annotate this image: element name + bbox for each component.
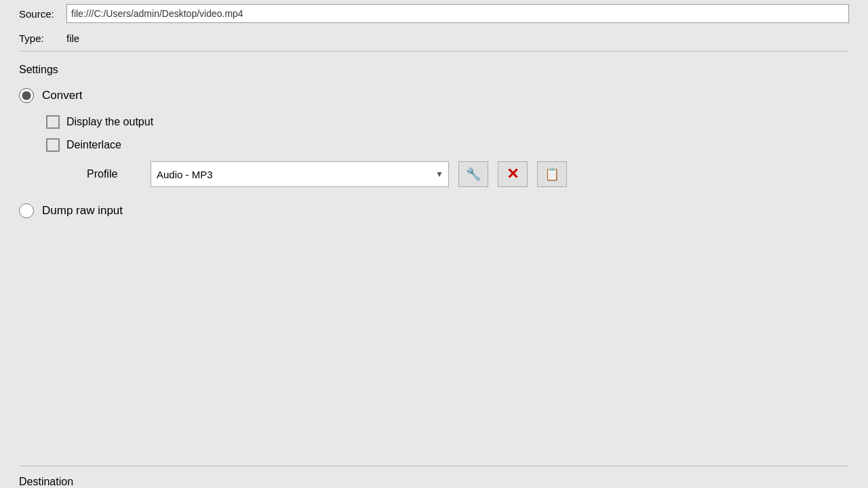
convert-option-row: Convert: [19, 88, 849, 103]
page-container: Source: Type: file Settings Convert Disp…: [0, 0, 868, 488]
checkboxes-area: Display the output Deinterlace: [46, 115, 849, 152]
display-output-label: Display the output: [66, 116, 153, 128]
list-button[interactable]: 📋: [537, 161, 567, 187]
dump-raw-row: Dump raw input: [19, 203, 849, 218]
dump-raw-label: Dump raw input: [42, 204, 123, 218]
deinterlace-row: Deinterlace: [46, 138, 849, 152]
source-input[interactable]: [66, 4, 849, 23]
display-output-row: Display the output: [46, 115, 849, 129]
delete-button[interactable]: ✕: [498, 161, 528, 187]
delete-icon: ✕: [507, 165, 519, 183]
settings-section: Settings Convert Display the output Dein…: [0, 52, 868, 466]
type-label: Type:: [19, 33, 60, 44]
source-area: Source: Type: file: [0, 0, 868, 51]
display-output-checkbox[interactable]: [46, 115, 60, 129]
tools-icon: 🔧: [466, 167, 481, 182]
profile-select-wrapper: Audio - MP3 Video - H.264 Video - H.265 …: [151, 161, 449, 187]
convert-radio[interactable]: [19, 88, 34, 103]
type-row: Type: file: [19, 27, 849, 51]
source-row: Source:: [19, 0, 849, 27]
type-value: file: [66, 33, 79, 44]
list-icon: 📋: [545, 167, 559, 182]
destination-title: Destination: [19, 466, 849, 488]
source-label: Source:: [19, 8, 60, 20]
profile-row: Profile Audio - MP3 Video - H.264 Video …: [87, 161, 849, 187]
destination-section: Destination: [0, 466, 868, 488]
deinterlace-checkbox[interactable]: [46, 138, 60, 152]
convert-label: Convert: [42, 89, 83, 102]
profile-label: Profile: [87, 168, 141, 180]
settings-title: Settings: [19, 64, 849, 76]
dump-raw-radio[interactable]: [19, 203, 34, 218]
tools-button[interactable]: 🔧: [458, 161, 488, 187]
profile-select[interactable]: Audio - MP3 Video - H.264 Video - H.265 …: [151, 161, 449, 187]
deinterlace-label: Deinterlace: [66, 139, 121, 151]
